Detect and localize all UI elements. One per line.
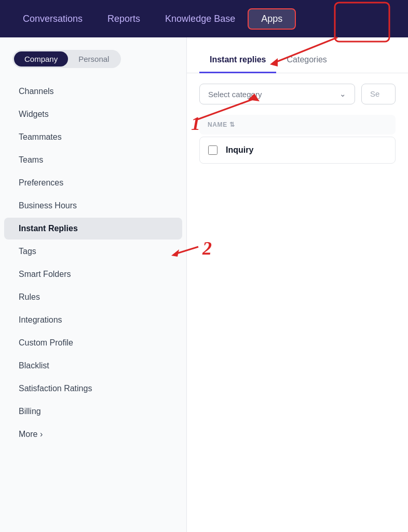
- sidebar-item-blacklist[interactable]: Blacklist: [4, 355, 182, 377]
- content-area: Instant replies Categories Select catego…: [187, 37, 408, 532]
- tab-categories[interactable]: Categories: [276, 48, 337, 73]
- personal-toggle-btn[interactable]: Personal: [68, 51, 119, 66]
- row-name-inquiry: Inquiry: [226, 145, 253, 155]
- search-input[interactable]: Se: [361, 84, 396, 104]
- sidebar-item-custom-profile[interactable]: Custom Profile: [4, 332, 182, 354]
- company-toggle-btn[interactable]: Company: [14, 51, 68, 66]
- filter-row: Select category ⌄ Se: [199, 84, 396, 104]
- sidebar-item-channels[interactable]: Channels: [4, 81, 182, 102]
- sidebar-item-instant-replies[interactable]: Instant Replies: [4, 218, 182, 240]
- row-checkbox[interactable]: [208, 145, 217, 155]
- name-column-header[interactable]: NAME ⇅: [208, 121, 387, 128]
- sidebar: Company Personal Channels Widgets Teamma…: [0, 37, 187, 532]
- sidebar-item-rules[interactable]: Rules: [4, 286, 182, 308]
- sidebar-item-preferences[interactable]: Preferences: [4, 172, 182, 194]
- sidebar-item-teammates[interactable]: Teammates: [4, 126, 182, 148]
- sort-icon: ⇅: [229, 121, 235, 128]
- chevron-down-icon: ⌄: [339, 89, 346, 99]
- top-nav: Conversations Reports Knowledge Base App…: [0, 0, 408, 37]
- content-body: Select category ⌄ Se NAME ⇅ Inquiry: [187, 73, 408, 176]
- table-row: Inquiry: [199, 137, 396, 164]
- category-select[interactable]: Select category ⌄: [199, 84, 355, 104]
- sidebar-item-satisfaction-ratings[interactable]: Satisfaction Ratings: [4, 378, 182, 400]
- category-select-label: Select category: [208, 90, 262, 99]
- company-personal-toggle[interactable]: Company Personal: [12, 50, 121, 68]
- content-tabs: Instant replies Categories: [187, 48, 408, 73]
- sidebar-nav-list: Channels Widgets Teammates Teams Prefere…: [0, 81, 186, 445]
- nav-item-knowledge-base[interactable]: Knowledge Base: [153, 9, 248, 29]
- sidebar-item-billing[interactable]: Billing: [4, 401, 182, 422]
- nav-item-conversations[interactable]: Conversations: [10, 9, 95, 29]
- tab-instant-replies[interactable]: Instant replies: [199, 48, 276, 73]
- sidebar-item-more[interactable]: More ›: [4, 423, 182, 445]
- sidebar-item-teams[interactable]: Teams: [4, 149, 182, 171]
- sidebar-item-widgets[interactable]: Widgets: [4, 103, 182, 125]
- sidebar-item-business-hours[interactable]: Business Hours: [4, 195, 182, 217]
- nav-item-reports[interactable]: Reports: [95, 9, 153, 29]
- nav-item-apps[interactable]: Apps: [248, 8, 296, 30]
- sidebar-item-smart-folders[interactable]: Smart Folders: [4, 263, 182, 285]
- sidebar-item-tags[interactable]: Tags: [4, 241, 182, 262]
- sidebar-item-integrations[interactable]: Integrations: [4, 309, 182, 331]
- table-header: NAME ⇅: [199, 115, 396, 135]
- main-layout: Company Personal Channels Widgets Teamma…: [0, 37, 408, 532]
